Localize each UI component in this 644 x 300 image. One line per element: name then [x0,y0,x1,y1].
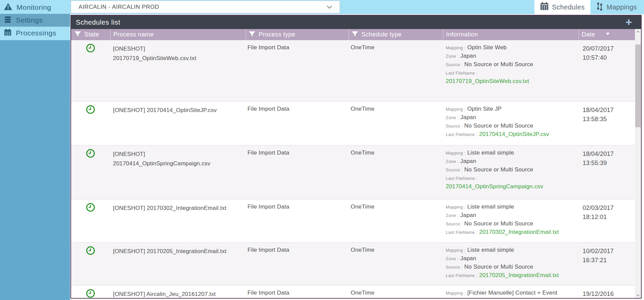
source-value: No Source or Multi Source [464,122,533,129]
process-name: [ONESHOT] 20170414_OptinSpringCampaign.c… [110,145,246,199]
mapping-label: Mapping : [446,45,466,50]
panel-title: Schedules list [76,19,120,26]
table-row[interactable]: [ONESHOT] 20170414_OptinSpringCampaign.c… [71,145,641,199]
column-label: State [84,31,99,38]
source-value: No Source or Multi Source [464,264,533,270]
last-filename-label: Last FileName : [446,71,477,76]
time-value: 13:55:39 [583,159,636,168]
source-label: Source : [446,221,463,226]
last-filename-link[interactable]: 20170205_IntegrationEmail.txt [479,272,559,278]
scroll-up-button[interactable] [635,29,641,34]
table-column-header: State Process name Process type Schedule… [71,29,641,40]
environment-dropdown[interactable]: AIRCALIN - AIRCALIN PROD [71,1,340,13]
filter-icon[interactable] [249,31,255,38]
source-label: Source : [446,167,463,172]
zone-label: Zone : [446,256,459,261]
filter-icon[interactable] [75,31,81,38]
clock-state-icon [86,109,95,115]
last-filename-label: Last FileName : [446,230,477,235]
mapping-label: Mapping : [446,151,466,156]
last-filename-label: Last FileName : [446,273,477,278]
state-cell [71,102,110,145]
information-cell: Mapping :Optin Site JP Zone :Japan Sourc… [443,102,579,145]
zone-value: Japan [460,158,476,164]
schedule-type: OneTime [349,285,443,299]
source-value: No Source or Multi Source [464,61,533,67]
source-value: No Source or Multi Source [464,166,533,173]
mapping-label: Mapping : [446,291,466,296]
time-value: 18:12:01 [583,213,636,222]
warning-icon [4,3,12,12]
table-row[interactable]: [ONESHOT] 20170719_OptinSiteWeb.csv.txt … [71,40,641,102]
mapping-label: Mapping : [446,248,466,253]
tab-label: Mappings [607,3,637,11]
column-label: Schedule type [361,31,402,38]
clock-state-icon [86,293,95,299]
source-label: Source : [446,62,463,67]
column-process-type: Process type [246,29,349,40]
tab-schedules[interactable]: Schedules [534,0,590,14]
table-row[interactable]: [ONESHOT] 20170414_OptinSiteJP.csv File … [71,102,641,145]
mapping-value: [Fichier Manuelle] Contact + Event [467,290,557,296]
sidebar-item-label: Settings [16,16,43,24]
process-name: [ONESHOT] 20170302_IntegrationEmail.txt [110,199,246,242]
column-date[interactable]: Date [579,29,636,40]
tab-mappings[interactable]: Mappings [590,0,643,14]
last-filename-link[interactable]: 20170302_IntegrationEmail.txt [479,229,559,235]
information-cell: Mapping :Liste email simple Zone :Japan … [443,145,579,199]
date-value: 19/12/2016 [583,290,636,299]
time-value: 13:58:35 [583,115,636,124]
zone-value: Japan [460,53,476,59]
process-type: File Import Data [246,285,349,299]
clock-state-icon [86,153,95,159]
date-cell: 02/03/2017 18:12:01 [579,199,636,242]
table-row[interactable]: [ONESHOT] Aircalin_Jeu_20161207.txt File… [71,285,641,299]
column-label: Information [446,31,478,38]
schedule-type: OneTime [349,199,443,242]
date-value: 10/02/2017 [583,247,636,256]
clock-state-icon [86,207,95,213]
column-information: Information [443,29,579,40]
process-name: [ONESHOT] Aircalin_Jeu_20161207.txt [110,285,246,299]
sidebar-item-settings[interactable]: Settings [0,14,70,27]
sidebar-item-monitoring[interactable]: Monitoring [0,1,70,14]
column-schedule-type: Schedule type [349,29,443,40]
vertical-scrollbar[interactable] [635,29,641,298]
tab-label: Schedules [552,3,585,11]
zone-label: Zone : [446,159,459,164]
last-filename-label: Last FileName : [446,176,477,181]
scroll-down-button[interactable] [635,293,641,298]
sidebar-item-processings[interactable]: Processings [0,27,70,39]
last-filename-link[interactable]: 20170719_OptinSiteWeb.csv.txt [446,78,529,84]
scrollbar-thumb[interactable] [635,45,641,127]
column-process-name: Process name [110,29,246,40]
last-filename-link[interactable]: 20170414_OptinSpringCampaign.csv [446,183,543,190]
process-type: File Import Data [246,102,349,145]
date-cell: 20/07/2017 10:57:40 [579,40,636,101]
sidebar-item-label: Monitoring [17,3,51,11]
schedule-type: OneTime [349,243,443,285]
last-filename-link[interactable]: 20170414_OptinSiteJP.csv [479,131,549,137]
zone-value: Japan [460,212,476,218]
state-cell [71,243,110,285]
information-cell: Mapping :Liste email simple Zone :Japan … [443,243,579,285]
schedule-type: OneTime [349,145,443,199]
date-value: 02/03/2017 [583,203,636,213]
filter-icon[interactable] [352,31,358,38]
sidebar-item-label: Processings [16,29,56,37]
mapping-value: Liste email simple [467,149,514,156]
add-schedule-button[interactable]: + [625,16,636,28]
process-type: File Import Data [246,40,349,101]
environment-dropdown-value: AIRCALIN - AIRCALIN PROD [79,4,159,10]
mapping-label: Mapping : [446,107,466,112]
view-tabs: Schedules Mappings [534,0,643,14]
calendar-icon [4,29,11,38]
last-filename-label: Last FileName : [446,132,477,137]
state-cell [71,40,110,101]
process-name: [ONESHOT] 20170719_OptinSiteWeb.csv.txt [110,40,246,101]
table-row[interactable]: [ONESHOT] 20170205_IntegrationEmail.txt … [71,243,641,285]
clock-state-icon [86,48,95,54]
table-row[interactable]: [ONESHOT] 20170302_IntegrationEmail.txt … [71,199,641,243]
topbar: AIRCALIN - AIRCALIN PROD Schedules Mappi… [70,0,644,14]
column-label: Process type [259,31,295,38]
